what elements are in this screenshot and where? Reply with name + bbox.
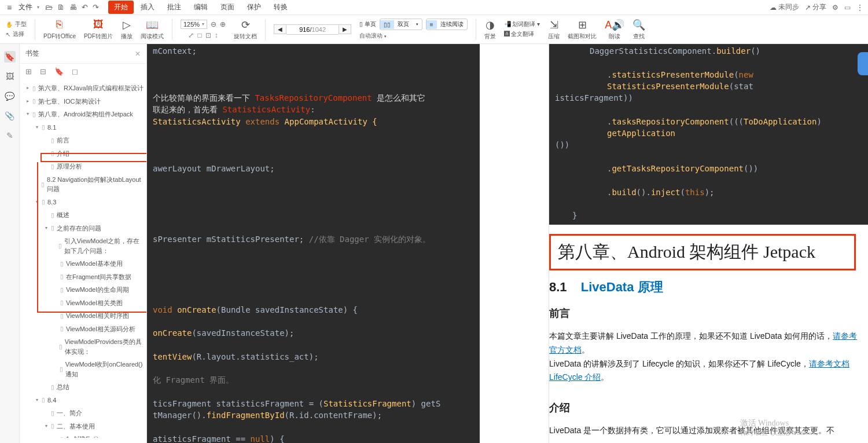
bookmark-item-2[interactable]: ▾▯第八章、Android架构组件Jetpack <box>22 108 146 121</box>
tab-annotate[interactable]: 批注 <box>161 1 187 14</box>
tree-arrow-icon[interactable]: ▾ <box>54 435 60 438</box>
bookmark-item-16[interactable]: ▯ViewModel相关时序图 <box>22 309 146 323</box>
signature-rail-icon[interactable]: ✎ <box>4 130 16 141</box>
floating-side-button[interactable] <box>858 52 868 75</box>
single-page[interactable]: ▯ 单页 <box>359 20 376 28</box>
bookmark-item-5[interactable]: ▯介绍 <box>22 147 146 160</box>
bookmark-item-12[interactable]: ▯ViewModel基本使用 <box>22 257 146 270</box>
bookmark-flag-icon[interactable]: ◻ <box>72 67 78 76</box>
comment-rail-icon[interactable]: 💬 <box>4 90 16 102</box>
tab-protect[interactable]: 保护 <box>241 1 267 14</box>
zoom-input[interactable]: 125% ▾ <box>181 20 207 29</box>
attachment-rail-icon[interactable]: 📎 <box>4 110 16 122</box>
read-aloud[interactable]: A🔊 朗读 <box>605 19 624 41</box>
hamburger-icon[interactable]: ≡ <box>5 2 14 13</box>
bookmark-item-4[interactable]: ▯前言 <box>22 134 146 147</box>
play-button[interactable]: ▷ 播放 <box>121 19 133 41</box>
undo-icon[interactable]: ↶ <box>82 3 88 12</box>
tree-arrow-icon[interactable]: ▾ <box>36 124 42 131</box>
bookmark-item-8[interactable]: ▾▯8.3 <box>22 196 146 209</box>
close-bookmarks-icon[interactable]: ✕ <box>135 50 141 58</box>
page-input[interactable]: 916/1042 <box>286 24 339 35</box>
fit-height-icon[interactable]: ↕ <box>215 31 218 39</box>
pdf-to-office[interactable]: ⎘ PDF转Office <box>43 19 76 41</box>
settings-icon[interactable]: ⚙ <box>832 3 838 12</box>
tab-page[interactable]: 页面 <box>215 1 240 14</box>
bookmark-item-15[interactable]: ▯ViewModel相关类图 <box>22 296 146 310</box>
bookmark-item-6[interactable]: ▯原理分析 <box>22 160 146 173</box>
collapse-icon[interactable]: ⊟ <box>40 67 46 76</box>
bookmark-rail-icon[interactable]: 🔖 <box>4 51 16 63</box>
tab-convert[interactable]: 转换 <box>268 1 293 14</box>
bookmark-item-20[interactable]: ▯总结 <box>22 380 146 394</box>
bookmark-item-19[interactable]: ▯ViewModel收到onCleared()通知 <box>22 358 146 380</box>
tab-insert[interactable]: 插入 <box>135 1 160 14</box>
bookmark-item-21[interactable]: ▾▯8.4 <box>22 394 146 407</box>
fit-width-icon[interactable]: ⤢ <box>188 31 194 39</box>
bookmark-item-22[interactable]: ▯一、简介 <box>22 407 146 420</box>
bookmark-item-13[interactable]: ▯在Fragment间共享数据 <box>22 270 146 284</box>
bookmark-item-11[interactable]: ▯引入ViewModel之前，存在如下几个问题： <box>22 235 146 257</box>
compress[interactable]: ⇲ 压缩 <box>548 19 560 41</box>
auto-scroll[interactable]: 自动滚动 ▾ <box>359 32 387 40</box>
thumbnail-rail-icon[interactable]: 🖼 <box>4 71 16 82</box>
file-menu[interactable]: 文件 <box>16 1 35 13</box>
tree-arrow-icon[interactable]: ▾ <box>27 111 32 118</box>
full-translate[interactable]: 🅰 全文翻译 <box>504 30 540 38</box>
zoom-out-icon[interactable]: ⊖ <box>211 20 216 28</box>
continuous-read[interactable]: ≡连续阅读 <box>426 19 468 30</box>
print-icon[interactable]: 🖶 <box>69 3 77 12</box>
bookmark-item-10[interactable]: ▾▯之前存在的问题 <box>22 222 146 235</box>
screenshot-compare[interactable]: ⊞ 截图和对比 <box>568 19 597 41</box>
expand-icon[interactable]: ⊞ <box>25 67 32 76</box>
redo-icon[interactable]: ↷ <box>93 3 99 12</box>
tree-arrow-icon[interactable]: ▾ <box>36 397 42 404</box>
prev-page[interactable]: ◀ <box>274 24 286 34</box>
bookmark-item-24[interactable]: ▾▯1. 创建Entity <box>22 433 146 438</box>
open-icon[interactable]: 🗁 <box>45 3 53 12</box>
actual-size-icon[interactable]: ⊡ <box>205 31 211 39</box>
double-page[interactable]: ▯▯双页▾ <box>380 19 422 30</box>
share-button[interactable]: ↗ 分享 <box>805 2 826 12</box>
tree-arrow-icon[interactable]: ▸ <box>27 85 32 91</box>
add-bookmark-icon[interactable]: 🔖 <box>54 67 64 76</box>
tree-arrow-icon[interactable]: ▾ <box>45 225 51 232</box>
page-right[interactable]: DaggerStatisticsComponent.builder() .sta… <box>549 44 868 443</box>
bookmark-item-23[interactable]: ▾▯二、基本使用 <box>22 420 146 433</box>
file-caret-icon[interactable]: ▾ <box>37 5 39 10</box>
bookmark-item-3[interactable]: ▾▯8.1 <box>22 121 146 134</box>
background[interactable]: ◑ 背景 <box>484 19 496 41</box>
zoom-in-icon[interactable]: ⊕ <box>220 20 226 28</box>
bookmark-item-9[interactable]: ▯概述 <box>22 208 146 222</box>
bookmark-item-1[interactable]: ▸▯第七章、IOC架构设计 <box>22 95 146 108</box>
read-mode[interactable]: 📖 阅读模式 <box>141 19 164 41</box>
next-page[interactable]: ▶ <box>339 24 351 34</box>
tree-arrow-icon[interactable]: ▾ <box>36 199 42 206</box>
sync-status[interactable]: ☁ 未同步 <box>770 2 799 12</box>
bookmark-item-17[interactable]: ▯ViewModel相关源码分析 <box>22 323 146 336</box>
file-icon[interactable]: 🗎 <box>57 3 65 12</box>
tab-edit[interactable]: 编辑 <box>188 1 214 14</box>
bookmark-label: 引入ViewModel之前，存在如下几个问题： <box>64 236 144 255</box>
bookmark-item-18[interactable]: ▯ViewModelProviders类的具体实现： <box>22 335 146 358</box>
pdf-to-image[interactable]: 🖼 PDF转图片 <box>84 19 113 41</box>
rotate-doc[interactable]: ⟳ 旋转文档 <box>234 19 257 41</box>
bookmark-item-0[interactable]: ▸▯第六章、RXJava响应式编程框架设计 <box>22 82 146 95</box>
bookmark-icon: ▯ <box>51 409 54 418</box>
select-tool[interactable]: ↖ 选择 <box>6 30 27 38</box>
more-icon[interactable]: ⋮ <box>856 3 863 12</box>
tree-arrow-icon[interactable]: ▾ <box>45 423 51 430</box>
fit-page-icon[interactable]: □ <box>197 31 201 39</box>
page-left[interactable]: mContext; 个比较简单的界面来看一下 TasksRepositoryCo… <box>147 44 480 443</box>
bookmark-label: 概述 <box>57 210 69 220</box>
bookmark-item-14[interactable]: ▯ViewModel的生命周期 <box>22 283 146 296</box>
bookmark-item-7[interactable]: ▯8.2 Navigation如何解决tabLayout 问题 <box>22 173 146 196</box>
search[interactable]: 🔍 查找 <box>632 19 645 41</box>
hand-tool[interactable]: ✋ 手型 <box>6 20 27 28</box>
tab-start[interactable]: 开始 <box>108 1 134 14</box>
bookmark-icon: ▯ <box>32 97 36 105</box>
drag-translate[interactable]: 📲 划词翻译 ▾ <box>504 20 540 28</box>
tree-arrow-icon[interactable]: ▸ <box>27 98 32 105</box>
bookmark-label: ViewModel相关源码分析 <box>66 324 135 334</box>
minimize-icon[interactable]: ▭ <box>844 3 851 12</box>
